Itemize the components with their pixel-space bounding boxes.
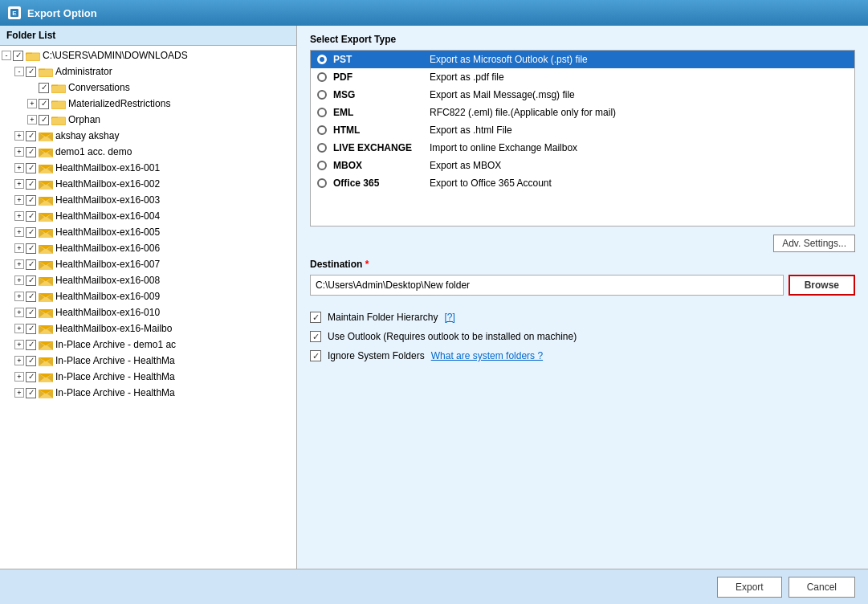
expand-icon[interactable]: + — [14, 211, 24, 221]
folder-item[interactable]: - C:\USERS\ADMIN\DOWNLOADS — [0, 47, 296, 63]
folder-checkbox[interactable] — [26, 259, 36, 270]
export-button[interactable]: Export — [717, 577, 782, 598]
export-option-office365[interactable]: Office 365 Export to Office 365 Account — [311, 174, 854, 192]
folder-checkbox[interactable] — [26, 179, 36, 190]
mailbox-icon — [39, 210, 53, 222]
folder-item[interactable]: + HealthMailbox-ex16-010 — [0, 304, 296, 320]
folder-checkbox[interactable] — [26, 340, 36, 350]
folder-checkbox[interactable] — [26, 195, 36, 206]
folder-item[interactable]: - Administrator — [0, 63, 296, 80]
folder-checkbox[interactable] — [26, 324, 36, 334]
expand-icon[interactable]: + — [14, 227, 24, 237]
expand-icon[interactable]: + — [14, 179, 24, 189]
mailbox-icon — [39, 371, 53, 382]
option-checkbox-ignore-system[interactable] — [310, 350, 321, 361]
radio-btn-html[interactable] — [317, 125, 327, 135]
expand-icon[interactable]: + — [27, 99, 37, 108]
folder-item[interactable]: + In-Place Archive - HealthMa — [0, 385, 296, 401]
folder-checkbox[interactable] — [26, 372, 36, 382]
help-link-ignore-system[interactable]: What are system folders ? — [431, 350, 543, 361]
expand-icon[interactable]: + — [14, 163, 24, 173]
folder-label: akshay akshay — [55, 129, 119, 143]
folder-item[interactable]: + HealthMailbox-ex16-003 — [0, 192, 296, 208]
folder-item[interactable]: + HealthMailbox-ex16-004 — [0, 208, 296, 224]
folder-checkbox[interactable] — [26, 147, 36, 157]
export-option-pst[interactable]: PST Export as Microsoft Outlook (.pst) f… — [311, 51, 854, 68]
folder-item[interactable]: + HealthMailbox-ex16-005 — [0, 224, 296, 240]
expand-icon[interactable]: + — [14, 324, 24, 333]
expand-icon[interactable]: + — [14, 131, 24, 141]
folder-item[interactable]: + HealthMailbox-ex16-007 — [0, 256, 296, 272]
expand-icon[interactable]: + — [14, 195, 24, 205]
folder-item[interactable]: + HealthMailbox-ex16-001 — [0, 160, 296, 176]
expand-icon[interactable]: + — [14, 243, 24, 253]
expand-icon[interactable]: + — [14, 292, 24, 301]
folder-item[interactable]: + MaterializedRestrictions — [0, 96, 296, 112]
folder-item[interactable]: + In-Place Archive - HealthMa — [0, 353, 296, 369]
expand-icon[interactable]: - — [2, 51, 11, 60]
expand-icon[interactable]: + — [14, 356, 24, 365]
export-option-html[interactable]: HTML Export as .html File — [311, 121, 854, 139]
folder-checkbox[interactable] — [26, 211, 36, 222]
folder-item[interactable]: + HealthMailbox-ex16-009 — [0, 288, 296, 304]
export-option-msg[interactable]: MSG Export as Mail Message(.msg) file — [311, 86, 854, 104]
export-option-pdf[interactable]: PDF Export as .pdf file — [311, 68, 854, 86]
folder-checkbox[interactable] — [26, 356, 36, 366]
option-checkbox-maintain-hierarchy[interactable] — [310, 312, 321, 323]
folder-checkbox[interactable] — [26, 67, 36, 77]
expand-icon[interactable]: - — [14, 67, 24, 76]
export-option-mbox[interactable]: MBOX Export as MBOX — [311, 157, 854, 174]
folder-item[interactable]: + Orphan — [0, 112, 296, 128]
folder-checkbox[interactable] — [26, 388, 36, 398]
folder-checkbox[interactable] — [26, 308, 36, 318]
radio-btn-mbox[interactable] — [317, 161, 327, 170]
folder-item[interactable]: + In-Place Archive - HealthMa — [0, 369, 296, 385]
expand-icon[interactable]: + — [14, 147, 24, 157]
adv-settings-button[interactable]: Adv. Settings... — [773, 235, 855, 252]
folder-item[interactable]: + demo1 acc. demo — [0, 144, 296, 160]
export-type-list[interactable]: PST Export as Microsoft Outlook (.pst) f… — [310, 50, 855, 226]
folder-checkbox[interactable] — [26, 243, 36, 254]
export-type-section: Select Export Type PST Export as Microso… — [310, 34, 855, 226]
folder-tree[interactable]: - C:\USERS\ADMIN\DOWNLOADS- Administrato… — [0, 46, 296, 569]
expand-icon[interactable]: + — [14, 259, 24, 269]
folder-item[interactable]: Conversations — [0, 80, 296, 96]
expand-icon[interactable]: + — [14, 275, 24, 285]
folder-item[interactable]: + HealthMailbox-ex16-008 — [0, 272, 296, 288]
radio-btn-eml[interactable] — [317, 108, 327, 117]
radio-btn-pst[interactable] — [317, 55, 327, 64]
folder-checkbox[interactable] — [39, 99, 49, 109]
radio-btn-msg[interactable] — [317, 90, 327, 100]
help-link-maintain-hierarchy[interactable]: [?] — [444, 312, 454, 323]
folder-checkbox[interactable] — [39, 83, 49, 93]
cancel-button[interactable]: Cancel — [789, 577, 855, 598]
radio-btn-pdf[interactable] — [317, 72, 327, 82]
expand-icon[interactable]: + — [14, 340, 24, 349]
folder-checkbox[interactable] — [26, 227, 36, 238]
folder-item[interactable]: + HealthMailbox-ex16-002 — [0, 176, 296, 192]
folder-item[interactable]: + HealthMailbox-ex16-Mailbo — [0, 320, 296, 337]
app-icon: E — [8, 6, 21, 19]
folder-checkbox[interactable] — [26, 131, 36, 141]
folder-item[interactable]: + HealthMailbox-ex16-006 — [0, 240, 296, 256]
destination-input[interactable] — [310, 275, 784, 296]
folder-checkbox[interactable] — [26, 163, 36, 173]
folder-checkbox[interactable] — [26, 275, 36, 286]
browse-button[interactable]: Browse — [789, 275, 855, 296]
export-option-eml[interactable]: EML RFC822 (.eml) file.(Applicable only … — [311, 104, 854, 121]
folder-checkbox[interactable] — [13, 51, 23, 61]
expand-icon[interactable]: + — [27, 115, 37, 124]
radio-btn-office365[interactable] — [317, 178, 327, 188]
folder-item[interactable]: + akshay akshay — [0, 128, 296, 144]
folder-checkbox[interactable] — [26, 292, 36, 302]
expand-icon[interactable]: + — [14, 388, 24, 398]
folder-item[interactable]: + In-Place Archive - demo1 ac — [0, 337, 296, 353]
radio-btn-liveexchange[interactable] — [317, 143, 327, 153]
main-container: Folder List - C:\USERS\ADMIN\DOWNLOADS- … — [0, 26, 868, 569]
export-option-liveexchange[interactable]: LIVE EXCHANGE Import to online Exchange … — [311, 139, 854, 157]
expand-icon[interactable]: + — [14, 308, 24, 317]
expand-icon[interactable]: + — [14, 372, 24, 382]
destination-row: Browse — [310, 275, 855, 296]
folder-checkbox[interactable] — [39, 115, 49, 125]
option-checkbox-use-outlook[interactable] — [310, 331, 321, 342]
